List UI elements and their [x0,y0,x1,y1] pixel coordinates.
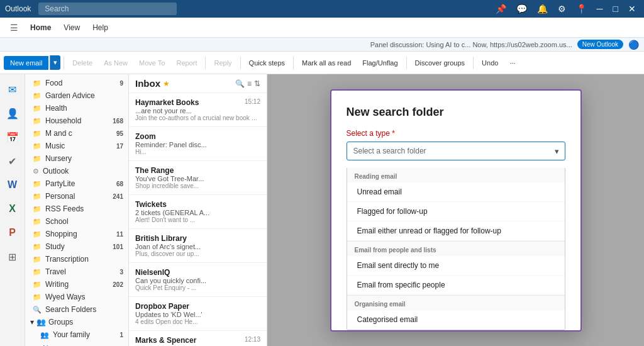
dropdown-option-either[interactable]: Email either unread or flagged for follo… [347,221,565,241]
chat-icon[interactable]: 💬 [513,3,530,15]
report-button[interactable]: Report [171,57,202,69]
email-item-4[interactable]: British Library Joan of Arc's signet... … [129,229,267,263]
email-item-7[interactable]: Marks & Spencer12:13 Everything to celeb… [129,331,267,346]
inbox-title: Inbox [135,78,160,89]
bell-icon[interactable]: 🔔 [534,3,551,15]
email-subject: 2 tickets (GENERAL A... [135,209,260,216]
more-options-button[interactable]: ··· [504,57,520,69]
new-email-dropdown[interactable]: ▾ [50,55,60,70]
sidebar-item-household[interactable]: 📁 Household 168 [25,114,128,127]
sidebar-item-music[interactable]: 📁 Music 17 [25,140,128,152]
dropdown-list: Reading email Unread email Flagged for f… [347,168,565,330]
toolbar-divider-2 [205,57,206,69]
folder-icon: 📁 [33,193,42,201]
dropdown-option-direct[interactable]: Email sent directly to me [347,256,565,276]
sidebar-item-shopping[interactable]: 📁 Shopping 11 [25,228,128,240]
app-name: Outlook [5,4,31,13]
email-item-5[interactable]: NielsenIQ Can you quickly confi... Quick… [129,263,267,297]
move-to-button[interactable]: Move To [134,57,170,69]
filter-icon[interactable]: ≡ [247,79,252,88]
email-item-6[interactable]: Dropbox Paper Updates to 'KD Wel...' 4 e… [129,297,267,331]
folder-icon: 📁 [33,117,42,125]
sidebar-badge: 11 [116,231,123,238]
email-preview: Quick Pet Enquiry - ... [135,284,260,291]
nav-mail-icon[interactable]: ✉ [3,79,23,99]
hamburger-icon[interactable]: ☰ [5,19,23,36]
sidebar-badge: 68 [116,181,123,187]
menu-view[interactable]: View [58,21,85,35]
flag-button[interactable]: Flag/Unflag [357,57,402,69]
menu-help[interactable]: Help [87,21,113,35]
sidebar-item-food[interactable]: 📁 Food 9 [25,77,128,89]
nav-powerpoint-icon[interactable]: P [3,223,23,243]
nav-people-icon[interactable]: 👤 [3,103,23,123]
menu-home[interactable]: Home [25,21,56,35]
reply-button[interactable]: Reply [209,57,236,69]
search-icon[interactable]: 🔍 [235,79,245,88]
nav-check-icon[interactable]: ✔ [3,151,23,171]
folder-icon: 📁 [33,230,42,238]
as-new-button[interactable]: As New [99,57,133,69]
nav-word-icon[interactable]: W [3,175,23,195]
pin-icon[interactable]: 📌 [492,3,509,15]
sort-icon[interactable]: ⇅ [254,79,260,88]
nav-apps-icon[interactable]: ⊞ [3,247,23,267]
sidebar-item-travel[interactable]: 📁 Travel 3 [25,265,128,278]
email-subject: You've Got Tree-Mar... [135,175,260,182]
email-preview: 4 edits Open doc He... [135,318,260,325]
notification-bar: Panel discussion: Using AI to c... Now, … [0,38,644,52]
toggle-switch[interactable]: 🔵 [628,40,639,50]
sidebar-item-health[interactable]: 📁 Health [25,102,128,114]
sidebar-label: Study [45,242,65,251]
sidebar-item-transcription[interactable]: 📁 Transcription [25,253,128,265]
nav-calendar-icon[interactable]: 📅 [3,127,23,147]
folder-icon: 📁 [33,180,42,188]
email-item-0[interactable]: Haymarket Books15:12 ...are not your re.… [129,93,267,127]
folder-icon: 🔍 [33,306,42,314]
sidebar-item-your-family[interactable]: 👥 Your family 1 [25,328,128,341]
delete-button[interactable]: Delete [67,57,97,69]
discover-groups-button[interactable]: Discover groups [410,57,470,69]
email-preview: Alert! Don't want to ... [135,216,260,223]
new-outlook-toggle[interactable]: New Outlook [577,40,623,49]
search-input[interactable] [38,3,177,15]
dropdown-option-flagged[interactable]: Flagged for follow-up [347,202,565,221]
email-item-1[interactable]: Zoom Reminder: Panel disc... Hi... [129,127,267,161]
search-folder-select[interactable]: Select a search folder [347,142,565,160]
folder-icon: 📁 [33,268,42,276]
sidebar-item-wyed[interactable]: 📁 Wyed Ways [25,291,128,303]
sidebar-item-mandc[interactable]: 📁 M and c 95 [25,127,128,140]
sidebar-item-study[interactable]: 📁 Study 101 [25,240,128,253]
sidebar-item-rss[interactable]: 📁 RSS Feeds [25,203,128,215]
new-email-button[interactable]: New email [4,56,48,70]
sidebar-new-group[interactable]: ＋ New group [25,341,128,346]
nav-excel-icon[interactable]: X [3,199,23,219]
sidebar-item-search-folders[interactable]: 🔍 Search Folders [25,303,128,316]
undo-button[interactable]: Undo [477,57,503,69]
sidebar-item-nursery[interactable]: 📁 Nursery [25,152,128,165]
sidebar-label: Travel [45,267,66,276]
sidebar-badge: 168 [113,118,123,125]
maximize-icon[interactable]: □ [610,3,621,15]
sidebar-item-personal[interactable]: 📁 Personal 241 [25,190,128,203]
email-item-3[interactable]: Twickets 2 tickets (GENERAL A... Alert! … [129,195,267,229]
sidebar-item-writing[interactable]: 📁 Writing 202 [25,278,128,291]
dropdown-option-unread[interactable]: Unread email [347,182,565,202]
sidebar-label: Search Folders [45,305,96,314]
location-icon[interactable]: 📍 [573,3,590,15]
sidebar-item-partylite[interactable]: 📁 PartyLite 68 [25,177,128,190]
email-item-2[interactable]: The Range You've Got Tree-Mar... Shop in… [129,161,267,195]
sidebar-label: Outlook [43,167,69,176]
dropdown-option-categorised[interactable]: Categorised email [347,310,565,330]
email-list-header: Inbox ★ 🔍 ≡ ⇅ [129,74,267,93]
sidebar-item-outlook[interactable]: ⚙ Outlook [25,165,128,177]
quick-steps-button[interactable]: Quick steps [244,57,290,69]
mark-all-read-button[interactable]: Mark all as read [297,57,356,69]
gear-icon[interactable]: ⚙ [555,3,569,15]
groups-label: Groups [48,318,73,326]
sidebar-item-school[interactable]: 📁 School [25,215,128,228]
sidebar-item-garden[interactable]: 📁 Garden Advice [25,89,128,102]
close-icon[interactable]: ✕ [625,3,639,15]
minimize-icon[interactable]: ─ [594,3,606,15]
dropdown-option-specific[interactable]: Email from specific people [347,276,565,295]
